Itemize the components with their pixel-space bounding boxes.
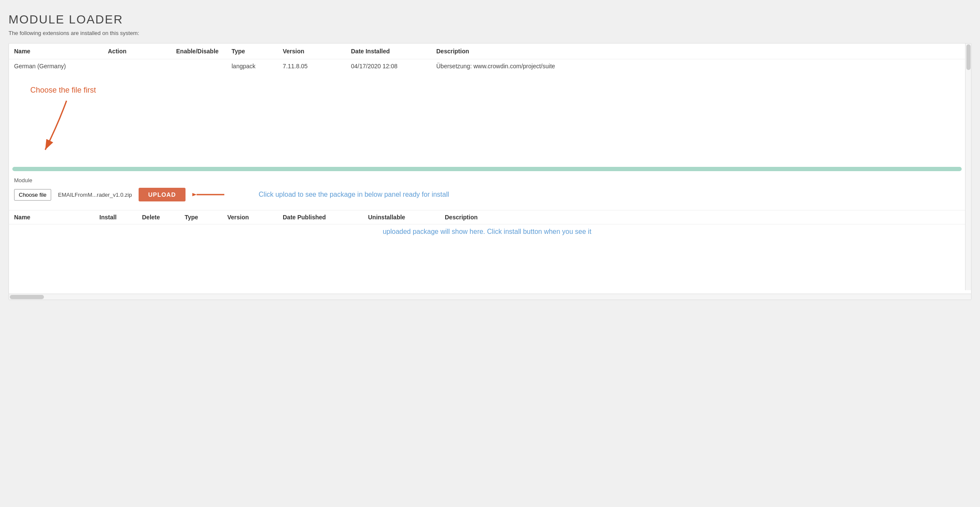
col-header-name: Name <box>9 44 103 59</box>
installed-table-row: German (Germany) langpack 7.11.8.05 04/1… <box>9 59 965 73</box>
ext-enable-disable <box>171 59 226 73</box>
upload-hint: Click upload to see the package in below… <box>259 191 449 198</box>
ext-name: German (Germany) <box>9 59 103 73</box>
scrollbar-track[interactable] <box>965 44 971 290</box>
col-header-type: Type <box>226 44 278 59</box>
module-label: Module <box>14 177 960 184</box>
upload-row: Choose file EMAILFromM...rader_v1.0.zip … <box>14 188 960 206</box>
ext-version: 7.11.8.05 <box>278 59 346 73</box>
page-subtitle: The following extensions are installed o… <box>9 30 971 36</box>
package-placeholder-row: uploaded package will show here. Click i… <box>9 224 965 239</box>
col-header-version: Version <box>278 44 346 59</box>
progress-bar <box>9 167 965 171</box>
pkg-col-delete: Delete <box>137 210 180 224</box>
arrow-down-left-svg <box>32 99 84 154</box>
pkg-col-description: Description <box>440 210 965 224</box>
packages-table: Name Install Delete Type Version Date Pu… <box>9 210 965 239</box>
pkg-col-date-published: Date Published <box>278 210 363 224</box>
ext-action <box>103 59 171 73</box>
scrollbar-thumb[interactable] <box>966 44 971 70</box>
upload-button[interactable]: UPLOAD <box>139 188 185 201</box>
file-name-display: EMAILFromM...rader_v1.0.zip <box>58 192 132 198</box>
pkg-col-version: Version <box>222 210 278 224</box>
col-header-date-installed: Date Installed <box>346 44 431 59</box>
ext-type: langpack <box>226 59 278 73</box>
pkg-col-install: Install <box>94 210 137 224</box>
ext-date-installed: 04/17/2020 12:08 <box>346 59 431 73</box>
arrow-left-svg <box>192 188 226 201</box>
choose-file-hint: Choose the file first <box>30 86 96 95</box>
pkg-col-name: Name <box>9 210 94 224</box>
installed-extensions-table: Name Action Enable/Disable Type Version … <box>9 44 965 73</box>
col-header-description: Description <box>431 44 965 59</box>
pkg-col-uninstallable: Uninstallable <box>363 210 440 224</box>
page-title: MODULE LOADER <box>9 13 971 26</box>
upload-section: Module Choose file EMAILFromM...rader_v1… <box>9 171 965 206</box>
col-header-enable-disable: Enable/Disable <box>171 44 226 59</box>
package-placeholder-text: uploaded package will show here. Click i… <box>9 224 965 239</box>
bottom-scrollbar[interactable] <box>9 294 971 300</box>
ext-description: Übersetzung: www.crowdin.com/project/sui… <box>431 59 965 73</box>
progress-bar-track <box>12 167 962 171</box>
choose-file-button[interactable]: Choose file <box>14 189 51 201</box>
bottom-spacer <box>9 239 965 290</box>
annotation-area: Choose the file first <box>9 73 965 167</box>
main-panel: Name Action Enable/Disable Type Version … <box>9 43 971 300</box>
col-header-action: Action <box>103 44 171 59</box>
pkg-col-type: Type <box>180 210 222 224</box>
bottom-scrollbar-thumb[interactable] <box>10 295 44 299</box>
